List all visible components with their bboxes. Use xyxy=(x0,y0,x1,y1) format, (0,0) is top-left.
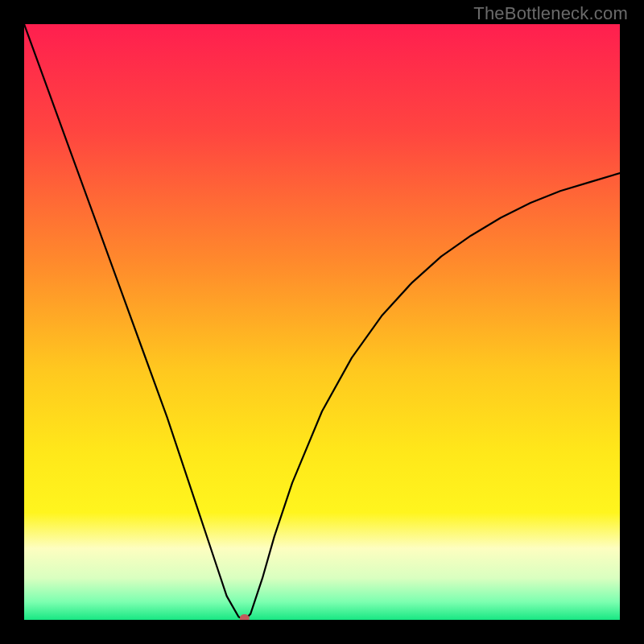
gradient-background xyxy=(24,24,620,620)
watermark-text: TheBottleneck.com xyxy=(473,3,628,24)
bottleneck-chart xyxy=(24,24,620,620)
